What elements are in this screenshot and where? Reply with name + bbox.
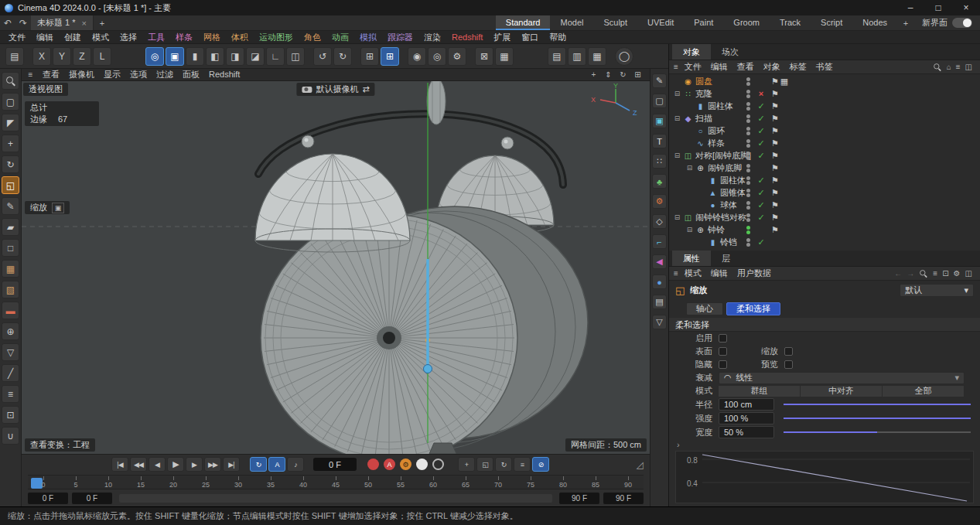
om-menu-item[interactable]: 对象	[759, 60, 785, 73]
object-tags[interactable]: ⚑	[771, 200, 780, 210]
sound-toggle-button[interactable]: ♪	[287, 457, 304, 472]
menu-item[interactable]: 工具	[142, 31, 170, 44]
close-button[interactable]: ×	[952, 0, 980, 15]
falloff-dropdown[interactable]: ◠ 线性 ▾	[719, 372, 965, 384]
object-row[interactable]: ⊟ ⊕ 闹钟底脚 ⚑	[669, 162, 980, 174]
attr-menu-item[interactable]: 编辑	[706, 267, 732, 280]
editor-visibility-dot[interactable]	[746, 152, 750, 155]
om-layout-icon[interactable]: ◫	[965, 63, 972, 71]
checkbox[interactable]	[719, 347, 727, 356]
attr-copy-icon[interactable]: ◫	[965, 269, 972, 278]
object-label[interactable]: 圆锥体	[720, 187, 746, 199]
play-button[interactable]: ▶	[167, 457, 184, 472]
maximize-button[interactable]: □	[924, 0, 952, 15]
menu-item[interactable]: 帮助	[544, 31, 572, 44]
expand-toggle[interactable]: ⊟	[672, 114, 682, 122]
object-tags[interactable]: ⚑	[771, 138, 780, 148]
object-row[interactable]: ▮ 铃铛 ✓	[669, 236, 980, 248]
palette-button[interactable]: ◀	[652, 254, 667, 269]
render-visibility-dot[interactable]	[746, 94, 750, 98]
menu-item[interactable]: 网格	[198, 31, 226, 44]
object-manager-tab[interactable]: 对象	[672, 44, 711, 60]
rotate-tool-button[interactable]: ↻	[2, 155, 19, 173]
menu-item[interactable]: 创建	[59, 31, 87, 44]
rotate-view-icon[interactable]: ↻	[617, 70, 629, 80]
palette-button[interactable]: ▤	[652, 295, 667, 309]
attr-hamburger-icon[interactable]: ≡	[674, 269, 678, 278]
tweak-tool-button[interactable]: ◤	[2, 114, 19, 131]
palette-button[interactable]: ▽	[652, 315, 667, 329]
object-row[interactable]: ▲ 圆锥体 ✓ ⚑	[669, 186, 980, 199]
render-visibility-dot[interactable]	[746, 131, 750, 135]
object-tags[interactable]: ⚑	[771, 89, 780, 99]
menu-item[interactable]: 运动图形	[254, 31, 299, 44]
om-filter-icon[interactable]: ≡	[956, 63, 961, 71]
autokey-record-button[interactable]: A	[384, 459, 395, 470]
keyframe-selection-button[interactable]	[416, 459, 428, 470]
split-view-button[interactable]: ◫	[286, 47, 305, 66]
om-hamburger-icon[interactable]: ≡	[674, 63, 678, 71]
editor-visibility-dot[interactable]	[746, 189, 750, 193]
editor-visibility-dot[interactable]	[746, 213, 750, 217]
viewport-hamburger-icon[interactable]: ≡	[25, 70, 36, 80]
om-menu-item[interactable]: 编辑	[706, 60, 732, 73]
object-row[interactable]: ◉ 圆盘 ⚑▦	[669, 75, 980, 87]
preview-start-field[interactable]: 0 F	[72, 493, 112, 504]
polygon-pen-button[interactable]: ▰	[2, 218, 19, 236]
expand-toggle[interactable]: ⊟	[672, 152, 682, 159]
object-row[interactable]: ▮ 圆柱体 ✓ ⚑	[669, 100, 980, 112]
om-search-icon[interactable]	[934, 63, 941, 71]
expand-toggle[interactable]: ⊟	[672, 213, 682, 221]
render-visibility-dot[interactable]	[746, 169, 750, 172]
interactive-render-button[interactable]: ⊠	[475, 47, 493, 66]
object-label[interactable]: 圆盘	[695, 76, 712, 87]
goto-end-button[interactable]: ▶|	[223, 457, 240, 472]
pan-view-icon[interactable]: +	[588, 70, 599, 80]
param-value-field[interactable]: 100 cm	[719, 398, 774, 411]
preview-end-field[interactable]: 90 F	[559, 493, 599, 504]
tab-close-icon[interactable]: ×	[82, 19, 87, 28]
menu-item[interactable]: Redshift	[446, 31, 488, 44]
param-value-field[interactable]: 50 %	[719, 426, 774, 438]
object-tags[interactable]: ⚑	[771, 101, 780, 111]
make-editable-button[interactable]: ▮	[186, 47, 204, 66]
object-tags[interactable]: ⚑	[771, 213, 780, 223]
timeline-corner-icon[interactable]: ◿	[637, 459, 644, 470]
palette-button[interactable]: ♣	[652, 174, 667, 189]
checkbox[interactable]	[719, 360, 727, 369]
palette-button[interactable]: ▣	[652, 114, 667, 128]
record-rotation-toggle[interactable]: ↻	[495, 457, 512, 472]
menu-item[interactable]: 编辑	[31, 31, 59, 44]
pivot-tab-button[interactable]: 轴心	[686, 302, 723, 315]
attribute-manager-tab[interactable]: 层	[711, 251, 741, 266]
camera-indicator[interactable]: 默认摄像机 ⇄	[296, 83, 374, 96]
render-view-button[interactable]: ◉	[408, 47, 426, 66]
param-slider[interactable]	[784, 431, 971, 433]
zoom-tool-button[interactable]	[2, 72, 19, 90]
object-label[interactable]: 闹钟铃铛对称	[695, 212, 746, 223]
object-tags[interactable]: ⚑	[771, 176, 780, 186]
viewport-menu-item[interactable]: 查看	[38, 68, 64, 81]
snap-toggle-button[interactable]: ⊞	[381, 47, 399, 66]
editor-visibility-dot[interactable]	[746, 139, 750, 143]
section-title[interactable]: 柔和选择	[669, 318, 980, 332]
object-label[interactable]: 对称[闹钟底脚]	[695, 150, 751, 162]
layout-tab[interactable]: Script	[811, 15, 852, 30]
project-start-field[interactable]: 0 F	[28, 493, 68, 504]
list-tool-button[interactable]: ≡	[2, 385, 19, 403]
layout-tab[interactable]: Standard	[496, 15, 551, 30]
coordinate-system-button[interactable]: L	[93, 47, 111, 66]
attr-lock-icon[interactable]: ⊡	[942, 269, 948, 278]
object-tags[interactable]: ⚑	[771, 163, 780, 173]
object-label[interactable]: 样条	[708, 138, 725, 149]
soft-selection-tab-button[interactable]: 柔和选择	[726, 302, 780, 315]
param-slider[interactable]	[784, 404, 971, 405]
record-parameter-toggle[interactable]: ≡	[514, 457, 531, 472]
editor-visibility-dot[interactable]	[746, 176, 750, 180]
enable-toggle[interactable]: ✓	[756, 200, 767, 210]
previous-frame-button[interactable]: ◀	[149, 457, 166, 472]
enable-toggle[interactable]: ✓	[756, 126, 767, 136]
render-queue-button[interactable]: ▦	[588, 47, 606, 66]
editor-visibility-dot[interactable]	[746, 201, 750, 205]
layout-tab[interactable]: Nodes	[852, 15, 897, 30]
